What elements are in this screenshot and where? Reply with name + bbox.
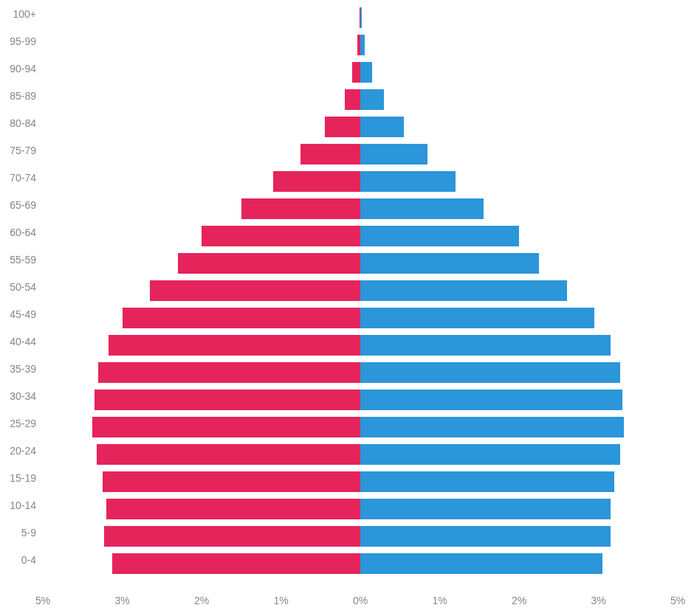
bar-left [325,117,360,137]
bar-right [360,335,611,356]
bar-left [106,499,360,519]
x-tick-label: 1% [432,595,447,606]
bar-right [360,390,622,410]
population-pyramid-chart: 0-45-910-1415-1920-2425-2930-3435-3940-4… [0,0,694,616]
pyramid-row [43,471,678,492]
bar-left [345,89,361,110]
x-tick-label: 1% [273,595,288,606]
bar-right [360,553,602,574]
bar-left [150,280,360,301]
bar-left [202,226,360,246]
bar-left [300,144,360,165]
x-axis: 5%3%2%1%0%1%2%3%5% [43,590,678,612]
y-tick-label: 90-94 [10,63,36,75]
y-tick-label: 5-9 [21,527,36,539]
bar-right [360,280,567,301]
x-tick-label: 2% [512,595,526,606]
x-tick-label: 5% [35,595,50,606]
bar-right [360,89,384,110]
y-tick-label: 100+ [13,8,36,20]
bar-left [92,417,360,437]
x-tick-label: 3% [591,595,605,606]
y-tick-label: 40-44 [10,336,36,347]
bar-right [360,171,456,192]
bar-left [104,526,360,547]
y-tick-label: 25-29 [10,418,36,429]
pyramid-row [43,198,678,219]
pyramid-row [43,308,678,328]
bar-left [98,362,360,383]
x-tick-label: 2% [194,595,209,606]
y-tick-label: 45-49 [10,308,36,320]
bar-left [352,62,360,83]
y-tick-label: 65-69 [10,199,36,211]
y-tick-label: 95-99 [10,35,36,47]
y-tick-label: 55-59 [10,254,36,266]
bar-right [360,471,614,492]
y-tick-label: 80-84 [10,117,36,129]
bar-right [360,7,362,28]
bar-right [360,226,519,246]
bar-left [103,471,360,492]
y-tick-label: 0-4 [21,554,36,566]
bar-left [95,390,360,410]
y-tick-label: 60-64 [10,226,36,238]
bar-left [123,308,361,328]
bar-right [360,35,365,55]
pyramid-row [43,171,678,192]
y-tick-label: 75-79 [10,145,36,156]
y-tick-label: 85-89 [10,90,36,102]
pyramid-row [43,335,678,356]
pyramid-row [43,35,678,55]
pyramid-row [43,226,678,246]
pyramid-row [43,390,678,410]
pyramid-row [43,362,678,383]
bar-left [97,444,360,465]
y-tick-label: 10-14 [10,499,36,511]
pyramid-row [43,117,678,137]
x-tick-label: 3% [114,595,129,606]
bar-left [109,335,360,356]
x-tick-label: 5% [670,595,685,606]
bar-right [360,62,372,83]
bar-left [112,553,360,574]
bar-right [360,526,611,547]
bar-left [178,253,360,274]
y-tick-label: 70-74 [10,172,36,184]
bar-right [360,198,484,219]
y-tick-label: 50-54 [10,281,36,293]
y-tick-label: 35-39 [10,363,36,375]
pyramid-row [43,444,678,465]
pyramid-row [43,553,678,574]
bar-right [360,499,611,519]
bar-right [360,417,624,437]
pyramid-row [43,280,678,301]
pyramid-row [43,526,678,547]
bar-right [360,253,539,274]
bar-left [273,171,360,192]
pyramid-row [43,253,678,274]
pyramid-row [43,7,678,28]
x-tick-label: 0% [353,595,368,606]
bar-right [360,308,594,328]
bar-right [360,362,620,383]
bar-right [360,117,404,137]
y-tick-label: 15-19 [10,472,36,484]
bar-left [241,198,360,219]
y-tick-label: 20-24 [10,445,36,457]
pyramid-row [43,417,678,437]
bar-right [360,444,620,465]
pyramid-row [43,144,678,165]
bar-right [360,144,427,165]
pyramid-row [43,62,678,83]
y-tick-label: 30-34 [10,390,36,402]
plot-area [43,7,678,583]
pyramid-row [43,499,678,519]
pyramid-row [43,89,678,110]
